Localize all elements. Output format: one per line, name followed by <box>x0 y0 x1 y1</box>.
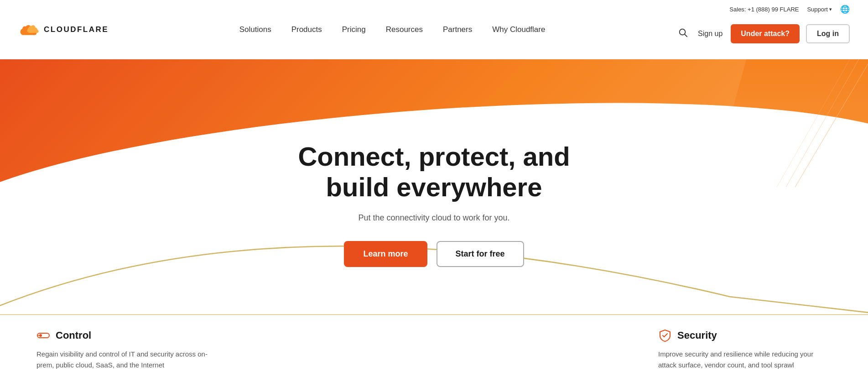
nav-item-partners[interactable]: Partners <box>433 0 482 59</box>
start-free-button[interactable]: Start for free <box>437 241 524 267</box>
hero-section: Connect, protect, and build everywhere P… <box>0 59 868 315</box>
feature-security-header: Security <box>658 329 832 342</box>
support-link[interactable]: Support ▾ <box>807 6 832 13</box>
search-icon <box>678 27 688 37</box>
security-icon <box>658 329 672 342</box>
feature-control-title: Control <box>56 330 91 341</box>
feature-control-header: Control <box>36 329 210 342</box>
svg-point-6 <box>39 334 42 337</box>
hero-content: Connect, protect, and build everywhere P… <box>0 59 868 294</box>
login-button[interactable]: Log in <box>806 24 850 43</box>
main-nav: Solutions Products Pricing Resources Par… <box>229 0 556 59</box>
feature-security-title: Security <box>677 330 717 341</box>
hero-center-spacer <box>228 329 640 371</box>
chevron-down-icon: ▾ <box>829 6 832 12</box>
nav-item-why-cloudflare[interactable]: Why Cloudflare <box>482 0 555 59</box>
header-actions: Sign up Under attack? Log in <box>676 24 850 43</box>
feature-security: Security Improve security and resilience… <box>658 329 832 371</box>
sales-number: Sales: +1 (888) 99 FLARE <box>729 6 799 13</box>
search-button[interactable] <box>676 26 690 42</box>
control-icon <box>36 329 50 342</box>
features-section: Control Regain visibility and control of… <box>0 315 868 372</box>
feature-security-desc: Improve security and resilience while re… <box>658 349 832 371</box>
hero-title: Connect, protect, and build everywhere <box>298 141 570 202</box>
learn-more-button[interactable]: Learn more <box>344 241 427 267</box>
signup-button[interactable]: Sign up <box>696 26 724 42</box>
svg-line-1 <box>685 35 687 37</box>
feature-control-desc: Regain visibility and control of IT and … <box>36 349 210 371</box>
header: Sales: +1 (888) 99 FLARE Support ▾ 🌐 CLO… <box>0 0 868 59</box>
cloudflare-logo-icon <box>18 21 42 38</box>
feature-control: Control Regain visibility and control of… <box>36 329 210 371</box>
header-top-bar: Sales: +1 (888) 99 FLARE Support ▾ 🌐 <box>729 0 850 19</box>
nav-item-products[interactable]: Products <box>281 0 332 59</box>
nav-item-pricing[interactable]: Pricing <box>332 0 376 59</box>
logo-text: CLOUDFLARE <box>44 25 109 34</box>
under-attack-button[interactable]: Under attack? <box>731 24 800 43</box>
hero-subtitle: Put the connectivity cloud to work for y… <box>358 213 509 223</box>
hero-buttons: Learn more Start for free <box>344 241 524 267</box>
nav-item-solutions[interactable]: Solutions <box>229 0 281 59</box>
logo-area[interactable]: CLOUDFLARE <box>18 21 109 38</box>
nav-item-resources[interactable]: Resources <box>376 0 433 59</box>
globe-icon[interactable]: 🌐 <box>840 5 850 14</box>
svg-point-0 <box>680 29 686 35</box>
